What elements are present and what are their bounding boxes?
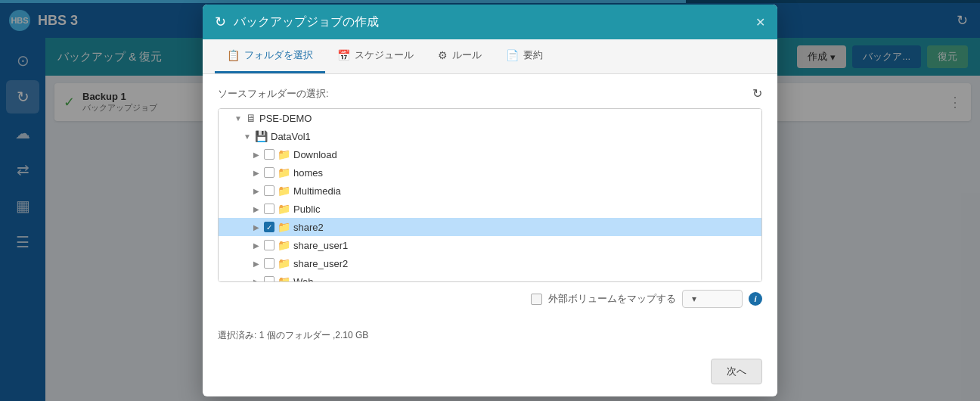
modal-title: バックアップジョブの作成 <box>234 14 748 30</box>
tree-arrow-multimedia: ▶ <box>252 187 261 195</box>
folder-icon-share-user1: 📁 <box>278 239 290 251</box>
rules-tab-icon: ⚙ <box>438 49 448 61</box>
tab-summary[interactable]: 📄 要約 <box>494 39 555 73</box>
tree-arrow-homes: ▶ <box>252 169 261 177</box>
tree-node-datavol1[interactable]: ▼ 💾 DataVol1 <box>219 127 761 145</box>
tree-checkbox-homes[interactable] <box>264 167 274 178</box>
tree-arrow-share-user2: ▶ <box>252 260 261 268</box>
summary-tab-icon: 📄 <box>506 49 519 61</box>
folder-tab-icon: 📋 <box>227 49 240 61</box>
modal-dialog: ↻ バックアップジョブの作成 ✕ 📋 フォルダを選択 📅 スケジュール ⚙ ルー… <box>203 5 777 396</box>
tree-label-homes: homes <box>293 167 323 179</box>
schedule-tab-icon: 📅 <box>337 49 350 61</box>
tree-label-multimedia: Multimedia <box>293 185 341 197</box>
source-label-row: ソースフォルダーの選択: ↻ <box>218 86 762 101</box>
tab-folder-label: フォルダを選択 <box>244 48 313 62</box>
tab-schedule[interactable]: 📅 スケジュール <box>325 39 426 73</box>
tree-checkbox-share2[interactable]: ✓ <box>264 222 274 232</box>
tree-label-share-user1: share_user1 <box>293 240 348 251</box>
modal-status: 選択済み: 1 個のフォルダー ,2.10 GB <box>203 325 777 351</box>
tree-arrow-share2: ▶ <box>252 223 261 232</box>
tree-checkbox-share-user1[interactable] <box>264 240 274 250</box>
tree-label-public: Public <box>293 204 320 215</box>
hdd-icon: 💾 <box>255 130 268 142</box>
tree-label-download: Download <box>293 149 337 160</box>
tree-node-share-user2[interactable]: ▶ 📁 share_user2 <box>219 254 761 272</box>
tree-node-download[interactable]: ▶ 📁 Download <box>219 145 761 163</box>
tree-label-datavol1: DataVol1 <box>271 131 311 142</box>
modal-close-button[interactable]: ✕ <box>755 15 765 30</box>
tree-label-pse-demo: PSE-DEMO <box>259 113 312 124</box>
tree-checkbox-multimedia[interactable] <box>264 185 274 196</box>
next-button[interactable]: 次へ <box>711 359 762 384</box>
chevron-down-icon: ▾ <box>692 294 696 304</box>
folder-icon-public: 📁 <box>278 203 290 215</box>
tree-node-pse-demo[interactable]: ▼ 🖥 PSE-DEMO <box>219 109 761 127</box>
tree-node-homes[interactable]: ▶ 📁 homes <box>219 163 761 182</box>
modal-body: ソースフォルダーの選択: ↻ ▼ 🖥 PSE-DEMO ▼ 💾 DataVol1 <box>203 74 777 325</box>
tree-refresh-button[interactable]: ↻ <box>752 86 762 101</box>
tree-node-share2[interactable]: ▶ ✓ 📁 share2 <box>219 218 761 236</box>
tree-arrow-download: ▶ <box>252 151 261 159</box>
tree-node-public[interactable]: ▶ 📁 Public <box>219 200 761 218</box>
external-volume-label: 外部ボリュームをマップする <box>548 292 676 306</box>
tree-label-share-user2: share_user2 <box>293 258 348 269</box>
tree-checkbox-public[interactable] <box>264 204 274 214</box>
external-volume-select[interactable]: ▾ <box>682 290 743 308</box>
tab-summary-label: 要約 <box>523 48 543 62</box>
folder-icon-download: 📁 <box>278 148 290 160</box>
tree-arrow-share-user1: ▶ <box>252 241 261 250</box>
modal-tabs: 📋 フォルダを選択 📅 スケジュール ⚙ ルール 📄 要約 <box>203 39 777 74</box>
tab-schedule-label: スケジュール <box>355 48 414 62</box>
modal-overlay: ↻ バックアップジョブの作成 ✕ 📋 フォルダを選択 📅 スケジュール ⚙ ルー… <box>0 0 980 401</box>
tree-node-web[interactable]: ▶ 📁 Web <box>219 272 761 282</box>
tree-arrow-datavol1: ▼ <box>243 132 252 141</box>
tree-label-share2: share2 <box>293 222 324 233</box>
folder-icon-share2: 📁 <box>278 221 290 233</box>
modal-header: ↻ バックアップジョブの作成 ✕ <box>203 5 777 39</box>
external-volume-checkbox[interactable] <box>531 294 542 305</box>
tree-node-share-user1[interactable]: ▶ 📁 share_user1 <box>219 236 761 254</box>
tree-checkbox-share-user2[interactable] <box>264 258 274 269</box>
tree-arrow-public: ▶ <box>252 205 261 213</box>
external-volume-row: 外部ボリュームをマップする ▾ i <box>218 282 762 312</box>
tree-label-web: Web <box>293 276 314 283</box>
folder-tree[interactable]: ▼ 🖥 PSE-DEMO ▼ 💾 DataVol1 ▶ 📁 <box>218 108 762 282</box>
source-label-text: ソースフォルダーの選択: <box>218 87 329 101</box>
status-text: 選択済み: 1 個のフォルダー ,2.10 GB <box>218 330 368 340</box>
tab-folder[interactable]: 📋 フォルダを選択 <box>215 39 325 73</box>
info-icon[interactable]: i <box>749 292 762 306</box>
tree-checkbox-web[interactable] <box>264 276 274 282</box>
folder-icon-multimedia: 📁 <box>278 185 290 197</box>
tree-checkbox-download[interactable] <box>264 149 274 160</box>
modal-footer: 次へ <box>203 351 777 396</box>
folder-icon-share-user2: 📁 <box>278 257 290 269</box>
tab-rules-label: ルール <box>452 48 482 62</box>
folder-icon-homes: 📁 <box>278 166 290 179</box>
backup-create-icon: ↻ <box>215 14 226 30</box>
server-icon: 🖥 <box>246 112 256 124</box>
tree-node-multimedia[interactable]: ▶ 📁 Multimedia <box>219 182 761 200</box>
folder-icon-web: 📁 <box>278 275 290 282</box>
tab-rules[interactable]: ⚙ ルール <box>426 39 494 73</box>
tree-arrow-pse-demo: ▼ <box>234 114 243 123</box>
